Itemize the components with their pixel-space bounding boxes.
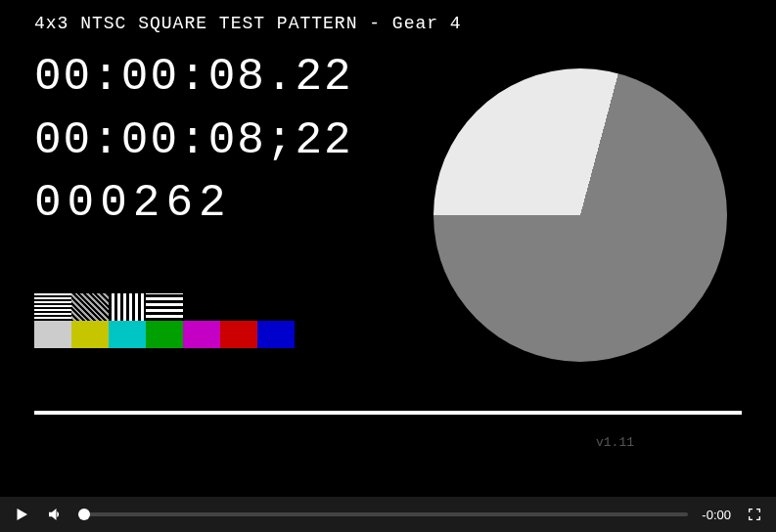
video-controls: -0:00 xyxy=(0,497,776,532)
time-remaining: -0:00 xyxy=(702,508,731,522)
progress-bar[interactable] xyxy=(78,512,688,516)
bar-cell xyxy=(257,321,295,348)
bar-cell xyxy=(109,321,146,348)
fullscreen-icon xyxy=(747,507,762,522)
bar-cell xyxy=(34,321,71,348)
progress-thumb[interactable] xyxy=(78,509,90,520)
play-button[interactable] xyxy=(12,505,31,524)
volume-button[interactable] xyxy=(45,505,65,524)
progress-pie xyxy=(434,68,727,362)
play-icon xyxy=(13,506,30,523)
color-bars xyxy=(34,293,295,348)
bar-row-patterns xyxy=(34,293,295,321)
bar-cell xyxy=(71,321,109,348)
bar-row-colors xyxy=(34,321,295,348)
bar-cell xyxy=(220,321,257,348)
version-label: v1.11 xyxy=(596,435,634,450)
pattern-title: 4x3 NTSC SQUARE TEST PATTERN - Gear 4 xyxy=(34,14,742,33)
video-area: 4x3 NTSC SQUARE TEST PATTERN - Gear 4 00… xyxy=(0,0,776,497)
bar-cell xyxy=(71,293,109,321)
bar-cell xyxy=(146,321,183,348)
horizontal-divider xyxy=(34,411,742,415)
bar-cell xyxy=(34,293,71,321)
bar-cell xyxy=(109,293,146,321)
bar-cell xyxy=(146,293,183,321)
fullscreen-button[interactable] xyxy=(745,505,764,524)
bar-cell xyxy=(183,321,220,348)
volume-icon xyxy=(46,506,64,523)
